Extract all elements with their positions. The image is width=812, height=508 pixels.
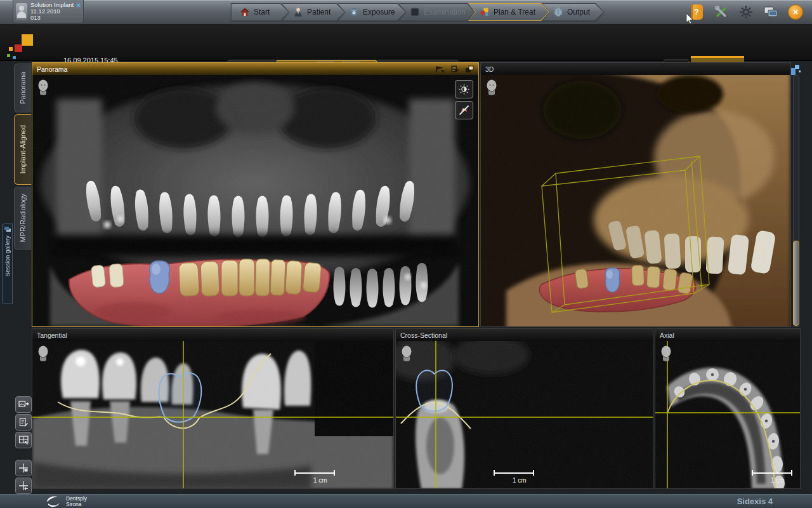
- tools-button[interactable]: [714, 4, 729, 20]
- axial-view: Axial: [655, 328, 801, 489]
- crosshair-focus-icon: [18, 463, 29, 473]
- plan-treat-icon: [480, 7, 490, 17]
- maximize-view-icon[interactable]: [465, 65, 474, 73]
- cross-sectional-view-header[interactable]: Cross-Sectional: [396, 329, 653, 341]
- tangential-view-header[interactable]: Tangential: [32, 329, 393, 341]
- three-d-image[interactable]: [481, 75, 790, 326]
- tab-exposure[interactable]: Exposure: [337, 3, 406, 21]
- scale-bar: [494, 470, 534, 476]
- tangential-image[interactable]: [32, 341, 393, 488]
- mouse-cursor: [686, 13, 694, 24]
- output-icon: [553, 7, 563, 17]
- copy-to-clipboard-button[interactable]: [15, 414, 32, 431]
- tab-start[interactable]: Start: [231, 3, 289, 21]
- 3d-depth-slider-thumb[interactable]: [793, 241, 799, 326]
- layout-grid-icon: [18, 435, 29, 445]
- scale-bar: [294, 470, 335, 476]
- title-bar: Solution Implant 11.12.2010 013 ✕ Start: [0, 0, 812, 25]
- tab-label: Output: [567, 8, 590, 17]
- close-icon: ✕: [788, 4, 803, 20]
- view-title: Panorama: [37, 65, 67, 73]
- cross-sectional-view: Cross-Sectional: [395, 328, 653, 489]
- panorama-view: Panorama: [32, 62, 479, 327]
- close-patient-icon[interactable]: ✕: [76, 2, 81, 9]
- patient-icon: [293, 7, 303, 17]
- scale-label: 1 cm: [771, 477, 785, 484]
- tab-patient[interactable]: Patient: [282, 3, 345, 21]
- workspace-tab-panorama[interactable]: Panorama: [14, 64, 31, 112]
- patient-avatar: [16, 3, 27, 20]
- workspace-tab-label: Implant-Aligned: [19, 125, 27, 173]
- export-image-icon: [18, 399, 29, 410]
- tab-label: Exposure: [363, 8, 395, 17]
- panorama-canvas[interactable]: [32, 75, 478, 326]
- status-bar: Dentsply Sirona Sidexis 4: [0, 494, 812, 508]
- help-button[interactable]: ?: [689, 4, 704, 20]
- patient-id: 013: [30, 15, 74, 21]
- orientation-head-icon: [485, 79, 498, 96]
- toggle-objects-button[interactable]: [455, 101, 473, 119]
- overlay-toggle-icon[interactable]: [435, 65, 445, 73]
- orientation-head-icon: [400, 345, 413, 362]
- workspace-tab-label: MPR/Radiology: [19, 194, 27, 242]
- layout-switch-button[interactable]: [763, 4, 778, 20]
- product-name: Sidexis 4: [737, 497, 773, 506]
- align-crosshair-button[interactable]: [15, 478, 32, 494]
- orientation-head-icon: [37, 345, 49, 362]
- axial-view-header[interactable]: Axial: [655, 329, 800, 341]
- axial-canvas[interactable]: 1 cm: [655, 341, 800, 488]
- exposure-icon: [349, 7, 359, 17]
- tab-output[interactable]: Output: [542, 3, 604, 21]
- tab-plan-treat[interactable]: Plan & Treat: [468, 3, 549, 21]
- three-d-canvas[interactable]: [481, 75, 790, 326]
- implant-contour[interactable]: [159, 373, 201, 422]
- cross-sectional-image[interactable]: [396, 341, 653, 488]
- three-d-view-header[interactable]: 3D: [481, 63, 790, 75]
- dentsply-sirona-logo: [46, 495, 62, 508]
- three-d-view: 3D: [480, 62, 791, 327]
- tab-label: Patient: [307, 8, 331, 17]
- layout-button[interactable]: [15, 432, 32, 448]
- tab-label: Examination: [424, 8, 466, 17]
- tab-label: Plan & Treat: [494, 8, 535, 17]
- cross-sectional-canvas[interactable]: 1 cm: [396, 341, 653, 488]
- workspace-tab-label: Panorama: [19, 72, 27, 104]
- clipboard-icon: [18, 417, 29, 427]
- brightness-contrast-button[interactable]: [455, 80, 473, 98]
- orientation-head-icon: [660, 345, 672, 362]
- session-gallery-tab[interactable]: Session gallery: [2, 224, 13, 304]
- crosshair-arrow-icon: [18, 481, 29, 491]
- gallery-icon: [4, 227, 11, 232]
- view-title: 3D: [485, 65, 494, 73]
- panorama-image[interactable]: [32, 75, 478, 326]
- gear-icon: [739, 5, 753, 19]
- patient-card[interactable]: Solution Implant 11.12.2010 013 ✕: [13, 0, 84, 23]
- focus-crosshair-button[interactable]: [15, 460, 32, 476]
- application-window: Solution Implant 11.12.2010 013 ✕ Start: [0, 0, 812, 508]
- windows-icon: [763, 6, 778, 18]
- scale-label: 1 cm: [513, 477, 527, 484]
- scale-label: 1 cm: [313, 477, 327, 484]
- workspace-tab-implant-aligned[interactable]: Implant-Aligned: [14, 114, 31, 185]
- 3d-depth-slider[interactable]: [793, 75, 799, 327]
- examination-icon: [410, 7, 420, 17]
- close-button[interactable]: ✕: [788, 4, 803, 20]
- workspace-tab-mpr-radiology[interactable]: MPR/Radiology: [14, 187, 31, 250]
- main-phase-nav: Start Patient: [231, 3, 604, 21]
- axial-image[interactable]: [655, 341, 800, 488]
- tab-label: Start: [254, 8, 270, 17]
- view-title: Tangential: [37, 331, 67, 339]
- annotation-icon[interactable]: [450, 65, 459, 73]
- brand-line-2: Sirona: [66, 502, 87, 507]
- orientation-head-icon: [37, 79, 49, 96]
- implant-contour[interactable]: [416, 370, 452, 411]
- settings-button[interactable]: [738, 4, 754, 20]
- examination-toolbar: 16.09.2015 15:45 Scan date Diagnose Prep…: [0, 24, 812, 61]
- export-image-button[interactable]: [15, 396, 32, 413]
- home-icon: [240, 7, 250, 17]
- panorama-view-header[interactable]: Panorama: [32, 63, 478, 75]
- view-title: Axial: [660, 331, 674, 339]
- tangential-canvas[interactable]: 1 cm: [32, 341, 393, 488]
- scale-bar: [752, 470, 792, 476]
- hide-objects-icon: [459, 105, 469, 116]
